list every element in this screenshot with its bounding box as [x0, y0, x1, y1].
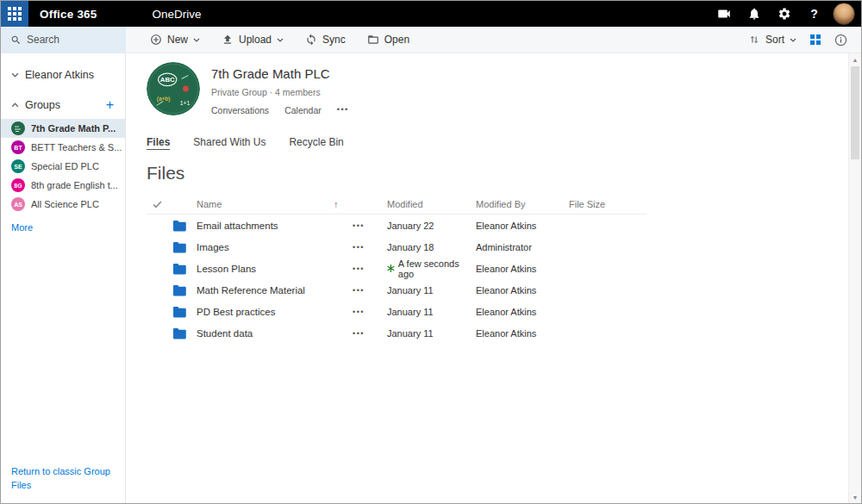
sync-button[interactable]: Sync [305, 34, 346, 46]
group-name: Special ED PLC [31, 161, 99, 171]
app-launcher-button[interactable] [1, 1, 28, 27]
chalkboard-avatar-icon: ABC (a+b) 1+1 [147, 62, 200, 115]
folder-icon [172, 263, 197, 275]
row-menu-button[interactable]: ••• [330, 243, 387, 252]
gear-icon[interactable] [769, 1, 799, 27]
modified-value: January 22 [387, 221, 476, 231]
search-input[interactable] [27, 34, 109, 46]
topbar-right-icons: ? [709, 1, 861, 27]
file-name[interactable]: Student data [197, 328, 330, 339]
sort-icon [748, 34, 760, 46]
command-bar: New Upload Sync Open Sort [1, 27, 861, 53]
top-bar: Office 365 OneDrive ? [1, 1, 861, 27]
row-menu-button[interactable]: ••• [330, 286, 387, 295]
row-menu-button[interactable]: ••• [330, 329, 387, 338]
group-more-menu[interactable]: ••• [337, 105, 349, 115]
info-icon[interactable] [834, 34, 847, 47]
file-name[interactable]: Images [197, 242, 330, 252]
sidebar-item-group-bett-teachers[interactable]: BT BETT Teachers & S... [1, 138, 125, 157]
sidebar-item-user[interactable]: Eleanor Atkins [1, 69, 125, 81]
upload-button[interactable]: Upload [222, 34, 284, 46]
column-header-modified[interactable]: Modified [387, 199, 476, 209]
svg-text:ABC: ABC [160, 76, 175, 84]
sidebar: Eleanor Atkins Groups + 7th Grade Math P… [1, 53, 126, 503]
sidebar-item-group-8th-grade-english[interactable]: 8G 8th grade English t... [1, 176, 125, 195]
new-label: New [167, 34, 188, 46]
table-row[interactable]: Lesson Plans ••• A few seconds ago Elean… [147, 258, 646, 279]
sync-icon [305, 34, 317, 46]
search-icon [10, 34, 22, 46]
vertical-scrollbar[interactable]: ▲ ▼ [848, 53, 861, 503]
modified-value: January 11 [387, 328, 476, 339]
user-avatar[interactable] [833, 3, 855, 25]
file-name[interactable]: PD Best practices [197, 307, 330, 317]
tab-recycle-bin[interactable]: Recycle Bin [289, 136, 343, 150]
group-avatar: BT [11, 140, 25, 154]
video-icon[interactable] [709, 1, 739, 27]
sidebar-item-group-special-ed[interactable]: SE Special ED PLC [1, 157, 125, 176]
group-name: BETT Teachers & S... [31, 142, 122, 152]
file-name[interactable]: Email attachments [197, 221, 330, 231]
sort-ascending-indicator[interactable]: ↑ [330, 199, 387, 209]
row-menu-button[interactable]: ••• [330, 221, 387, 230]
group-photo[interactable]: ABC (a+b) 1+1 [147, 62, 200, 115]
grid-view-icon[interactable] [810, 34, 821, 45]
chevron-down-icon [277, 38, 284, 42]
column-header-file-size[interactable]: File Size [569, 199, 629, 209]
new-item-icon [387, 264, 395, 272]
open-button[interactable]: Open [367, 34, 409, 46]
table-row[interactable]: PD Best practices ••• January 11 Eleanor… [147, 301, 646, 322]
modified-value: A few seconds ago [387, 258, 476, 279]
new-button[interactable]: New [150, 34, 200, 46]
help-icon[interactable]: ? [799, 1, 829, 27]
group-header: ABC (a+b) 1+1 7th Grade Math PLC Private… [147, 62, 861, 115]
conversations-link[interactable]: Conversations [211, 105, 269, 115]
sidebar-groups-header[interactable]: Groups + [1, 98, 125, 112]
file-table: Name ↑ Modified Modified By File Size Em… [147, 195, 646, 344]
file-name[interactable]: Lesson Plans [197, 264, 330, 274]
file-name[interactable]: Math Reference Material [197, 285, 330, 296]
row-menu-button[interactable]: ••• [330, 308, 387, 316]
scroll-down-arrow[interactable]: ▼ [849, 491, 861, 503]
return-to-classic-link[interactable]: Return to classic Group Files [11, 465, 118, 493]
sort-button[interactable]: Sort [748, 34, 796, 46]
table-row[interactable]: Images ••• January 18 Administrator [147, 236, 646, 258]
column-header-modified-by[interactable]: Modified By [476, 199, 569, 209]
table-row[interactable]: Email attachments ••• January 22 Eleanor… [147, 215, 646, 236]
row-menu-button[interactable]: ••• [330, 264, 387, 273]
calendar-link[interactable]: Calendar [284, 105, 322, 115]
more-groups-link[interactable]: More [1, 222, 33, 233]
group-initials: AS [14, 202, 22, 208]
bell-icon[interactable] [739, 1, 769, 27]
select-all-checkbox[interactable] [147, 201, 172, 208]
modified-by-value: Eleanor Atkins [476, 285, 569, 296]
modified-value: January 11 [387, 307, 476, 317]
group-initials: 8G [14, 183, 22, 189]
folder-icon [172, 220, 197, 232]
modified-value: January 11 [387, 285, 476, 296]
sidebar-item-group-7th-grade-math[interactable]: 7th Grade Math P... [1, 119, 125, 138]
group-initials: BT [14, 145, 22, 151]
group-subtitle: Private Group · 4 members [211, 87, 349, 97]
table-row[interactable]: Math Reference Material ••• January 11 E… [147, 279, 646, 301]
group-name: 8th grade English t... [31, 180, 118, 190]
sidebar-item-group-all-science[interactable]: AS All Science PLC [1, 195, 125, 214]
check-icon [153, 201, 162, 208]
table-header: Name ↑ Modified Modified By File Size [147, 195, 646, 215]
chevron-down-icon [193, 38, 200, 42]
tab-files[interactable]: Files [147, 136, 170, 150]
column-header-name[interactable]: Name [197, 199, 330, 209]
scrollbar-thumb[interactable] [851, 66, 859, 159]
brand-office365[interactable]: Office 365 [40, 8, 97, 21]
chevron-up-icon [11, 103, 19, 108]
add-group-button[interactable]: + [106, 98, 114, 112]
group-title: 7th Grade Math PLC [211, 66, 349, 81]
product-onedrive[interactable]: OneDrive [153, 8, 202, 21]
main-content: ABC (a+b) 1+1 7th Grade Math PLC Private… [126, 53, 861, 503]
search-box[interactable] [1, 27, 126, 53]
table-row[interactable]: Student data ••• January 11 Eleanor Atki… [147, 322, 646, 344]
scroll-up-arrow[interactable]: ▲ [849, 53, 861, 65]
folder-icon [172, 327, 197, 339]
tab-shared-with-us[interactable]: Shared With Us [193, 136, 265, 150]
svg-text:1+1: 1+1 [180, 100, 191, 106]
